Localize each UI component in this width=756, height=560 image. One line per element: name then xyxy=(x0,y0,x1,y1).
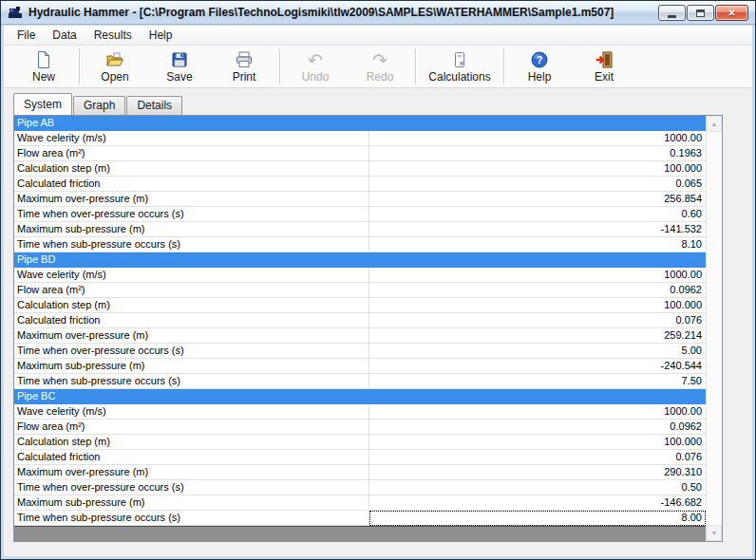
table-row: Flow area (m²)0.1963 xyxy=(14,146,706,161)
save-button-label: Save xyxy=(166,70,192,84)
row-label: Calculated friction xyxy=(14,313,369,328)
tab-graph[interactable]: Graph xyxy=(73,96,125,115)
row-value[interactable]: 0.0962 xyxy=(369,283,706,298)
menu-file[interactable]: File xyxy=(9,26,44,45)
row-value[interactable]: 100.000 xyxy=(369,435,706,450)
exit-button-label: Exit xyxy=(595,70,614,84)
table-row: Maximum over-pressure (m)290.310 xyxy=(14,465,706,480)
row-value[interactable]: 8.10 xyxy=(369,237,706,252)
table-row: Time when sub-pressure occurs (s)8.10 xyxy=(14,237,706,252)
undo-button-label: Undo xyxy=(302,70,330,84)
undo-button[interactable]: ↶ Undo xyxy=(283,47,348,86)
row-label: Maximum sub-pressure (m) xyxy=(14,495,369,511)
row-label: Calculated friction xyxy=(14,177,369,192)
window-title: Hydraulic Hammer - [C:\Program Files\Tec… xyxy=(28,6,614,19)
row-label: Maximum over-pressure (m) xyxy=(14,192,369,207)
redo-arrow-icon: ↷ xyxy=(372,50,387,69)
table-row: Calculation step (m)100.000 xyxy=(14,161,706,177)
open-folder-icon xyxy=(105,50,124,69)
table-row: Flow area (m²)0.0962 xyxy=(14,283,706,298)
undo-arrow-icon: ↶ xyxy=(308,50,323,69)
row-value[interactable]: 8.00 xyxy=(369,511,706,526)
close-button[interactable]: ✕ xyxy=(715,5,748,21)
table-row: Calculation step (m)100.000 xyxy=(14,298,706,313)
help-icon: ? xyxy=(530,50,549,69)
section-header: Pipe BD xyxy=(14,252,706,268)
tab-system[interactable]: System xyxy=(13,93,72,115)
table-row: Time when sub-pressure occurs (s)8.00 xyxy=(14,511,706,526)
row-value[interactable]: 256.854 xyxy=(369,192,706,207)
exit-button[interactable]: Exit xyxy=(572,47,636,86)
menu-results[interactable]: Results xyxy=(85,26,141,45)
row-label: Wave celerity (m/s) xyxy=(14,268,369,283)
row-value[interactable]: -240.544 xyxy=(369,359,706,374)
app-window: Hydraulic Hammer - [C:\Program Files\Tec… xyxy=(0,0,756,560)
table-row: Maximum sub-pressure (m)-240.544 xyxy=(14,359,706,374)
row-value[interactable]: 0.60 xyxy=(369,207,706,222)
table-row: Calculated friction0.076 xyxy=(14,450,706,465)
row-value[interactable]: 5.00 xyxy=(369,344,706,359)
new-button[interactable]: New xyxy=(11,47,76,86)
maximize-icon xyxy=(696,9,705,17)
menu-data[interactable]: Data xyxy=(44,26,85,45)
toolbar-separator xyxy=(503,48,504,84)
new-button-label: New xyxy=(32,70,55,84)
save-button[interactable]: Save xyxy=(147,47,212,86)
toolbar-separator xyxy=(415,48,416,84)
row-label: Maximum over-pressure (m) xyxy=(14,328,369,344)
row-value[interactable]: 0.076 xyxy=(369,313,706,328)
row-value[interactable]: 0.065 xyxy=(369,177,706,192)
table-row: Wave celerity (m/s)1000.00 xyxy=(14,268,706,283)
row-label: Flow area (m²) xyxy=(14,146,369,161)
table-row: Calculated friction0.076 xyxy=(14,313,706,328)
row-value[interactable]: 0.1963 xyxy=(369,146,706,161)
row-value[interactable]: 290.310 xyxy=(369,465,706,480)
row-value[interactable]: 259.214 xyxy=(369,328,706,344)
row-label: Wave celerity (m/s) xyxy=(14,404,369,420)
app-icon xyxy=(8,5,23,20)
row-value[interactable]: 7.50 xyxy=(369,374,706,389)
redo-button[interactable]: ↷ Redo xyxy=(348,47,412,86)
table-row: Time when over-pressure occurs (s)0.60 xyxy=(14,207,706,222)
row-value[interactable]: 100.000 xyxy=(369,161,706,177)
maximize-button[interactable] xyxy=(687,5,714,21)
results-grid: Pipe ABWave celerity (m/s)1000.00Flow ar… xyxy=(13,115,723,542)
row-value[interactable]: 100.000 xyxy=(369,298,706,313)
toolbar: New Open Save Print ↶ Undo ↷ xyxy=(4,46,752,88)
row-value[interactable]: 1000.00 xyxy=(369,404,706,420)
row-value[interactable]: 0.0962 xyxy=(369,420,706,435)
scroll-up-icon[interactable]: ▲ xyxy=(707,116,722,132)
title-bar: Hydraulic Hammer - [C:\Program Files\Tec… xyxy=(1,1,755,25)
row-value[interactable]: 1000.00 xyxy=(369,268,706,283)
row-label: Maximum over-pressure (m) xyxy=(14,465,369,480)
printer-icon xyxy=(235,50,254,69)
table-row: Maximum sub-pressure (m)-141.532 xyxy=(14,222,706,237)
row-value[interactable]: 1000.00 xyxy=(369,131,706,146)
tab-page: System Graph Details Pipe ABWave celerit… xyxy=(4,88,752,556)
section-header: Pipe BC xyxy=(14,389,706,404)
row-value[interactable]: 0.50 xyxy=(369,480,706,495)
calculations-button-label: Calculations xyxy=(428,70,490,84)
minimize-button[interactable] xyxy=(658,5,686,21)
print-button[interactable]: Print xyxy=(212,47,276,86)
row-value[interactable]: -141.532 xyxy=(369,222,706,237)
row-value[interactable]: -146.682 xyxy=(369,495,706,511)
table-row: Time when over-pressure occurs (s)0.50 xyxy=(14,480,706,495)
calculations-button[interactable]: Calculations xyxy=(419,47,501,86)
open-button[interactable]: Open xyxy=(83,47,147,86)
help-button[interactable]: ? Help xyxy=(507,47,572,86)
table-row: Time when over-pressure occurs (s)5.00 xyxy=(14,344,706,359)
redo-button-label: Redo xyxy=(367,70,394,84)
tab-strip: System Graph Details xyxy=(13,93,183,115)
row-label: Flow area (m²) xyxy=(14,283,369,298)
menu-help[interactable]: Help xyxy=(141,26,181,45)
calculator-icon xyxy=(450,50,469,69)
table-row: Calculation step (m)100.000 xyxy=(14,435,706,450)
tab-details[interactable]: Details xyxy=(126,96,182,115)
grid-empty-area xyxy=(14,526,706,541)
row-label: Calculation step (m) xyxy=(14,161,369,177)
vertical-scrollbar[interactable]: ▲ ▼ xyxy=(706,116,722,541)
scroll-down-icon[interactable]: ▼ xyxy=(707,525,722,541)
row-value[interactable]: 0.076 xyxy=(369,450,706,465)
table-row: Wave celerity (m/s)1000.00 xyxy=(14,404,706,420)
